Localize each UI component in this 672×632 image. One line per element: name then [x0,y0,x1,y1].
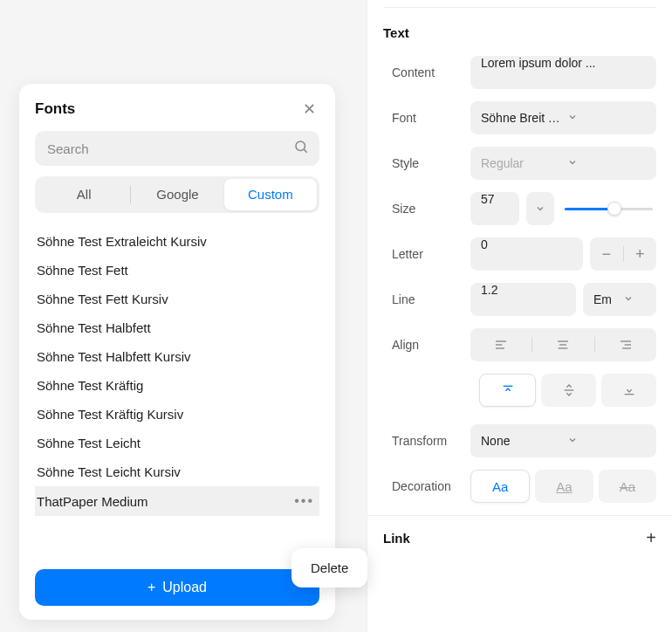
line-row: Line 1.2 Em [383,283,656,316]
slider-thumb[interactable] [607,202,621,216]
letter-row: Letter 0 − + [383,237,656,271]
divider [383,7,656,8]
letter-input[interactable]: 0 [470,237,583,271]
decoration-label: Decoration [383,479,463,493]
font-item[interactable]: Söhne Test Kräftig Kursiv [35,400,319,429]
font-row: Font Söhne Breit Test L... [383,101,656,134]
search-input[interactable] [35,131,319,166]
font-item-selected[interactable]: ThatPaper Medium ••• [35,486,319,516]
font-item-label: Söhne Test Kräftig [37,378,143,393]
align-center-button[interactable] [532,338,593,352]
line-label: Line [383,292,463,306]
valign-middle-button[interactable] [541,374,596,407]
font-item-label: Söhne Test Kräftig Kursiv [37,407,183,422]
content-label: Content [383,65,463,79]
letter-label: Letter [383,247,463,261]
size-label: Size [383,202,463,216]
valign-row [383,374,656,407]
size-row: Size 57 [383,192,656,225]
transform-row: Transform None [383,424,656,457]
font-item-label: Söhne Test Leicht [37,436,141,450]
decoration-group: Aa Aa Aa [470,470,656,503]
font-item[interactable]: Söhne Test Fett Kursiv [35,285,319,313]
decoration-none-button[interactable]: Aa [470,470,530,503]
align-right-button[interactable] [595,338,656,352]
font-select[interactable]: Söhne Breit Test L... [470,101,656,134]
style-label: Style [383,156,463,170]
font-item[interactable]: Söhne Test Leicht [35,429,319,457]
upload-label: Upload [162,580,207,595]
letter-decrease-button[interactable]: − [590,245,623,264]
font-label: Font [383,111,463,125]
content-row: Content Lorem ipsum dolor ... [383,56,656,89]
tab-all[interactable]: All [38,179,130,210]
vertical-align-group [479,374,656,407]
link-title: Link [383,531,410,546]
transform-select[interactable]: None [470,424,656,457]
divider [367,515,672,516]
font-value: Söhne Breit Test L... [481,111,562,125]
font-source-tabs: All Google Custom [35,176,319,213]
context-menu-delete[interactable]: Delete [291,548,367,587]
valign-top-button[interactable] [479,374,536,407]
decoration-underline-button[interactable]: Aa [535,470,593,503]
font-item-label: Söhne Test Fett Kursiv [37,292,168,306]
style-value: Regular [481,156,562,170]
tab-google[interactable]: Google [131,179,223,210]
align-left-button[interactable] [470,338,531,352]
decoration-strike-button[interactable]: Aa [599,470,656,503]
text-properties-panel: Text Content Lorem ipsum dolor ... Font … [367,0,672,632]
text-align-group [470,328,656,361]
font-item[interactable]: Söhne Test Halbfett Kursiv [35,342,319,371]
font-item-label: Söhne Test Halbfett Kursiv [37,349,190,364]
fonts-title: Fonts [35,100,75,118]
section-title-text: Text [383,25,656,40]
line-input[interactable]: 1.2 [470,283,576,316]
size-input[interactable]: 57 [470,192,519,225]
close-icon[interactable]: ✕ [299,100,319,119]
size-slider[interactable] [561,192,656,225]
search-icon [293,139,309,158]
line-unit-value: Em [593,292,618,306]
link-section: Link + [383,528,656,548]
chevron-down-icon [567,434,648,448]
decoration-row: Decoration Aa Aa Aa [383,470,656,503]
align-row: Align [383,328,656,361]
svg-line-1 [304,149,306,152]
font-item-label: ThatPaper Medium [37,494,148,509]
chevron-down-icon [567,111,648,125]
add-link-button[interactable]: + [646,528,656,548]
upload-button[interactable]: + Upload [35,569,319,606]
font-item[interactable]: Söhne Test Fett [35,256,319,285]
fonts-panel: Fonts ✕ All Google Custom Söhne Test Ext… [19,84,335,620]
letter-stepper: − + [590,237,656,271]
font-item[interactable]: Söhne Test Halbfett [35,313,319,342]
content-input[interactable]: Lorem ipsum dolor ... [470,56,656,89]
chevron-down-icon [567,156,648,170]
more-options-icon[interactable]: ••• [291,493,318,509]
font-item-label: Söhne Test Fett [37,263,128,278]
style-row: Style Regular [383,147,656,180]
font-list: Söhne Test Extraleicht Kursiv Söhne Test… [35,227,319,559]
letter-increase-button[interactable]: + [624,245,657,264]
font-item-label: Söhne Test Halbfett [37,320,151,335]
search-wrap [35,131,319,166]
style-select[interactable]: Regular [470,147,656,180]
transform-value: None [481,434,562,448]
transform-label: Transform [383,434,463,448]
plus-icon: + [147,580,155,595]
line-unit-select[interactable]: Em [583,283,656,316]
size-stepper-toggle[interactable] [526,192,554,225]
chevron-down-icon [623,292,648,306]
font-item-label: Söhne Test Leicht Kursiv [37,464,181,479]
font-item[interactable]: Söhne Test Leicht Kursiv [35,457,319,486]
align-label: Align [383,338,463,352]
fonts-header: Fonts ✕ [35,100,319,119]
valign-bottom-button[interactable] [601,374,656,407]
font-item-label: Söhne Test Extraleicht Kursiv [37,234,207,249]
font-item[interactable]: Söhne Test Extraleicht Kursiv [35,227,319,256]
tab-custom[interactable]: Custom [224,179,317,210]
font-item[interactable]: Söhne Test Kräftig [35,371,319,400]
svg-point-0 [296,141,305,151]
